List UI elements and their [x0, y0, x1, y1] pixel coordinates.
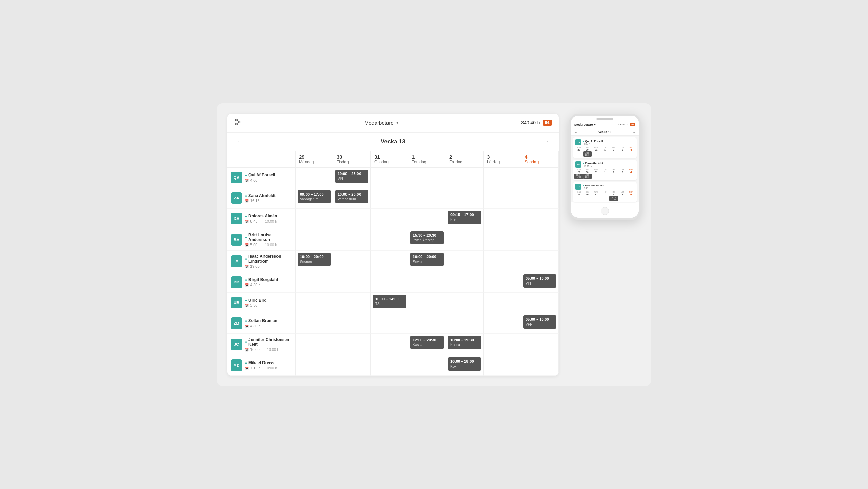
- day-cell-ub-1[interactable]: [333, 293, 371, 313]
- home-button[interactable]: [601, 207, 609, 215]
- day-cell-da-1[interactable]: [333, 209, 371, 229]
- day-cell-ub-6[interactable]: [521, 293, 559, 313]
- shift-block[interactable]: 05:00 – 10:00 VPF: [523, 315, 556, 329]
- day-cell-jc-1[interactable]: [333, 334, 371, 355]
- day-cell-zb-1[interactable]: [333, 313, 371, 334]
- shift-block[interactable]: 10:00 – 20:00 Vardagsrum: [335, 190, 368, 203]
- day-cell-jc-0[interactable]: [296, 334, 333, 355]
- day-cell-ia-5[interactable]: [484, 251, 521, 272]
- day-cell-bb-6[interactable]: 05:00 – 10:00 VPF: [521, 272, 559, 293]
- day-cell-za-1[interactable]: 10:00 – 20:00 Vardagsrum: [333, 188, 371, 209]
- day-cell-ub-2[interactable]: 10:00 – 14:00 TS: [371, 293, 408, 313]
- day-cell-md-6[interactable]: [521, 355, 559, 376]
- day-cell-ia-4[interactable]: [446, 251, 484, 272]
- shift-block[interactable]: 10:00 – 14:00 TS: [373, 295, 406, 308]
- day-cell-qa-2[interactable]: [371, 168, 408, 188]
- day-cell-md-5[interactable]: [484, 355, 521, 376]
- day-cell-bb-2[interactable]: [371, 272, 408, 293]
- shift-block[interactable]: 05:00 – 10:00 VPF: [523, 274, 556, 288]
- day-cell-qa-1[interactable]: 19:00 – 23:00 VPF: [333, 168, 371, 188]
- day-cell-ba-3[interactable]: 15:30 – 20:30 Byten/Återköp: [408, 229, 446, 251]
- day-cell-bb-3[interactable]: [408, 272, 446, 293]
- day-cell-za-2[interactable]: [371, 188, 408, 209]
- day-cell-jc-2[interactable]: [371, 334, 408, 355]
- shift-location: VPF: [526, 281, 554, 286]
- day-cell-ba-6[interactable]: [521, 229, 559, 251]
- day-cell-za-0[interactable]: 09:00 – 17:00 Vardagsrum: [296, 188, 333, 209]
- phone-next-arrow[interactable]: →: [632, 130, 635, 134]
- phone-emp-name: Zana Ahnfeldt: [583, 162, 603, 165]
- day-cell-da-3[interactable]: [408, 209, 446, 229]
- day-cell-bb-5[interactable]: [484, 272, 521, 293]
- day-cell-zb-2[interactable]: [371, 313, 408, 334]
- phone-selector[interactable]: Medarbetare ▾: [574, 123, 596, 127]
- day-cell-ba-2[interactable]: [371, 229, 408, 251]
- shift-block[interactable]: 15:30 – 20:30 Byten/Återköp: [410, 231, 444, 244]
- day-cell-ia-2[interactable]: [371, 251, 408, 272]
- day-cell-zb-5[interactable]: [484, 313, 521, 334]
- day-cell-qa-5[interactable]: [484, 168, 521, 188]
- day-cell-ub-5[interactable]: [484, 293, 521, 313]
- day-cell-md-0[interactable]: [296, 355, 333, 376]
- emp-name: Mikael Drews: [245, 360, 277, 365]
- prev-week-button[interactable]: ←: [234, 137, 246, 147]
- day-cell-jc-4[interactable]: 10:00 – 19:30 Kassa: [446, 334, 484, 355]
- day-cell-jc-5[interactable]: [484, 334, 521, 355]
- day-cell-ia-1[interactable]: [333, 251, 371, 272]
- day-cell-qa-3[interactable]: [408, 168, 446, 188]
- day-cell-zb-0[interactable]: [296, 313, 333, 334]
- day-cell-qa-4[interactable]: [446, 168, 484, 188]
- day-cell-zb-4[interactable]: [446, 313, 484, 334]
- shift-block[interactable]: 10:00 – 20:00 Sovrum: [298, 253, 331, 266]
- employee-selector[interactable]: Medarbetare ▾: [365, 120, 398, 126]
- day-cell-za-5[interactable]: [484, 188, 521, 209]
- day-cell-ub-4[interactable]: [446, 293, 484, 313]
- day-cell-md-3[interactable]: [408, 355, 446, 376]
- day-cell-qa-6[interactable]: [521, 168, 559, 188]
- day-cell-zb-3[interactable]: [408, 313, 446, 334]
- avatar-zb: ZB: [231, 317, 242, 329]
- shift-block[interactable]: 09:15 – 17:00 Kök: [448, 211, 481, 224]
- shift-block[interactable]: 10:00 – 20:00 Sovrum: [410, 253, 444, 266]
- shift-block[interactable]: 12:00 – 20:30 Kassa: [410, 336, 444, 349]
- day-cell-da-6[interactable]: [521, 209, 559, 229]
- day-cell-jc-3[interactable]: 12:00 – 20:30 Kassa: [408, 334, 446, 355]
- day-cell-ia-0[interactable]: 10:00 – 20:00 Sovrum: [296, 251, 333, 272]
- day-cell-ub-3[interactable]: [408, 293, 446, 313]
- day-cell-da-0[interactable]: [296, 209, 333, 229]
- avatar-md: MD: [231, 359, 242, 371]
- day-cell-ia-3[interactable]: 10:00 – 20:00 Sovrum: [408, 251, 446, 272]
- shift-block[interactable]: 19:00 – 23:00 VPF: [335, 170, 368, 183]
- day-cell-jc-6[interactable]: [521, 334, 559, 355]
- day-cell-md-4[interactable]: 10:00 – 18:00 Kök: [446, 355, 484, 376]
- next-week-button[interactable]: →: [540, 137, 552, 147]
- shift-block[interactable]: 10:00 – 18:00 Kök: [448, 357, 481, 371]
- day-cell-za-6[interactable]: [521, 188, 559, 209]
- day-cell-md-2[interactable]: [371, 355, 408, 376]
- day-cell-za-3[interactable]: [408, 188, 446, 209]
- day-cell-ba-5[interactable]: [484, 229, 521, 251]
- day-cell-bb-4[interactable]: [446, 272, 484, 293]
- day-cell-ba-0[interactable]: [296, 229, 333, 251]
- day-cell-md-1[interactable]: [333, 355, 371, 376]
- day-cell-ba-1[interactable]: [333, 229, 371, 251]
- day-cell-ia-6[interactable]: [521, 251, 559, 272]
- phone-day-num: 30: [586, 149, 589, 151]
- shift-block[interactable]: 10:00 – 19:30 Kassa: [448, 336, 481, 349]
- shift-block[interactable]: 09:00 – 17:00 Vardagsrum: [298, 190, 331, 203]
- phone-prev-arrow[interactable]: ←: [574, 130, 578, 134]
- emp-hours: 4:30 h: [245, 324, 277, 328]
- day-cell-bb-1[interactable]: [333, 272, 371, 293]
- day-cell-ba-4[interactable]: [446, 229, 484, 251]
- day-cell-ub-0[interactable]: [296, 293, 333, 313]
- phone-day-label: Fre: [612, 146, 615, 148]
- filter-icon[interactable]: [234, 119, 242, 127]
- day-cell-qa-0[interactable]: [296, 168, 333, 188]
- day-cell-bb-0[interactable]: [296, 272, 333, 293]
- day-cell-za-4[interactable]: [446, 188, 484, 209]
- day-cell-zb-6[interactable]: 05:00 – 10:00 VPF: [521, 313, 559, 334]
- emp-details: Britt-Louise Andersson 5:00 h 10:00 h: [245, 233, 292, 247]
- day-cell-da-5[interactable]: [484, 209, 521, 229]
- day-cell-da-4[interactable]: 09:15 – 17:00 Kök: [446, 209, 484, 229]
- day-cell-da-2[interactable]: [371, 209, 408, 229]
